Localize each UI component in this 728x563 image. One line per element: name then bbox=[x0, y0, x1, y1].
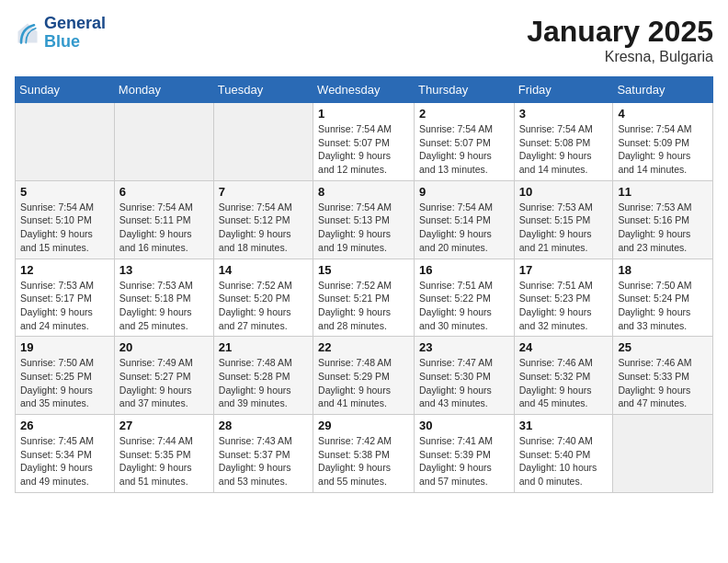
day-number: 24 bbox=[519, 340, 609, 354]
day-number: 25 bbox=[618, 340, 708, 354]
calendar-cell: 9Sunrise: 7:54 AM Sunset: 5:14 PM Daylig… bbox=[415, 180, 515, 259]
day-info: Sunrise: 7:44 AM Sunset: 5:35 PM Dayligh… bbox=[119, 434, 209, 488]
calendar-cell: 28Sunrise: 7:43 AM Sunset: 5:37 PM Dayli… bbox=[213, 415, 313, 493]
day-info: Sunrise: 7:49 AM Sunset: 5:27 PM Dayligh… bbox=[119, 356, 209, 410]
calendar-cell bbox=[114, 103, 213, 181]
day-number: 8 bbox=[318, 185, 409, 199]
calendar-cell: 31Sunrise: 7:40 AM Sunset: 5:40 PM Dayli… bbox=[514, 415, 613, 493]
day-number: 28 bbox=[219, 419, 308, 432]
calendar-cell: 4Sunrise: 7:54 AM Sunset: 5:09 PM Daylig… bbox=[613, 103, 713, 181]
day-number: 21 bbox=[219, 340, 308, 354]
calendar-cell: 6Sunrise: 7:54 AM Sunset: 5:11 PM Daylig… bbox=[114, 180, 213, 259]
day-info: Sunrise: 7:45 AM Sunset: 5:34 PM Dayligh… bbox=[20, 434, 109, 488]
calendar-cell: 11Sunrise: 7:53 AM Sunset: 5:16 PM Dayli… bbox=[613, 180, 713, 259]
calendar-cell: 24Sunrise: 7:46 AM Sunset: 5:32 PM Dayli… bbox=[514, 337, 613, 415]
calendar-cell: 5Sunrise: 7:54 AM Sunset: 5:10 PM Daylig… bbox=[16, 180, 115, 259]
day-number: 30 bbox=[419, 419, 509, 432]
calendar-table: SundayMondayTuesdayWednesdayThursdayFrid… bbox=[15, 76, 713, 493]
day-info: Sunrise: 7:53 AM Sunset: 5:18 PM Dayligh… bbox=[119, 279, 209, 333]
day-number: 3 bbox=[519, 107, 609, 121]
day-number: 23 bbox=[419, 340, 509, 354]
calendar-week-row: 5Sunrise: 7:54 AM Sunset: 5:10 PM Daylig… bbox=[16, 180, 713, 259]
day-number: 29 bbox=[318, 419, 409, 432]
calendar-week-row: 12Sunrise: 7:53 AM Sunset: 5:17 PM Dayli… bbox=[16, 259, 713, 337]
day-info: Sunrise: 7:51 AM Sunset: 5:23 PM Dayligh… bbox=[519, 279, 609, 333]
day-number: 22 bbox=[318, 340, 409, 354]
day-info: Sunrise: 7:46 AM Sunset: 5:32 PM Dayligh… bbox=[519, 356, 609, 410]
weekday-header: Sunday bbox=[16, 77, 115, 103]
day-info: Sunrise: 7:54 AM Sunset: 5:14 PM Dayligh… bbox=[419, 201, 509, 255]
logo-text-line2: Blue bbox=[44, 33, 106, 52]
calendar-cell: 23Sunrise: 7:47 AM Sunset: 5:30 PM Dayli… bbox=[415, 337, 515, 415]
day-info: Sunrise: 7:40 AM Sunset: 5:40 PM Dayligh… bbox=[519, 434, 609, 488]
day-number: 5 bbox=[20, 185, 109, 199]
logo-icon bbox=[15, 20, 40, 46]
day-info: Sunrise: 7:54 AM Sunset: 5:13 PM Dayligh… bbox=[318, 201, 409, 255]
page-header: General Blue January 2025 Kresna, Bulgar… bbox=[15, 15, 713, 65]
day-info: Sunrise: 7:50 AM Sunset: 5:24 PM Dayligh… bbox=[618, 279, 708, 333]
day-number: 16 bbox=[419, 263, 509, 277]
day-info: Sunrise: 7:54 AM Sunset: 5:09 PM Dayligh… bbox=[618, 122, 708, 177]
calendar-cell: 1Sunrise: 7:54 AM Sunset: 5:07 PM Daylig… bbox=[313, 103, 415, 181]
calendar-cell: 25Sunrise: 7:46 AM Sunset: 5:33 PM Dayli… bbox=[613, 337, 713, 415]
calendar-cell: 26Sunrise: 7:45 AM Sunset: 5:34 PM Dayli… bbox=[16, 415, 115, 493]
calendar-cell: 18Sunrise: 7:50 AM Sunset: 5:24 PM Dayli… bbox=[613, 259, 713, 337]
day-info: Sunrise: 7:54 AM Sunset: 5:08 PM Dayligh… bbox=[519, 122, 609, 177]
calendar-cell: 30Sunrise: 7:41 AM Sunset: 5:39 PM Dayli… bbox=[415, 415, 515, 493]
calendar-cell: 2Sunrise: 7:54 AM Sunset: 5:07 PM Daylig… bbox=[415, 103, 515, 181]
day-info: Sunrise: 7:46 AM Sunset: 5:33 PM Dayligh… bbox=[618, 356, 708, 410]
calendar-cell bbox=[213, 103, 313, 181]
location-title: Kresna, Bulgaria bbox=[527, 49, 713, 65]
day-number: 11 bbox=[618, 185, 708, 199]
day-info: Sunrise: 7:51 AM Sunset: 5:22 PM Dayligh… bbox=[419, 279, 509, 333]
day-number: 20 bbox=[119, 340, 209, 354]
calendar-cell: 15Sunrise: 7:52 AM Sunset: 5:21 PM Dayli… bbox=[313, 259, 415, 337]
day-info: Sunrise: 7:54 AM Sunset: 5:10 PM Dayligh… bbox=[20, 201, 109, 255]
day-number: 1 bbox=[318, 107, 409, 121]
day-number: 14 bbox=[219, 263, 308, 277]
weekday-header-row: SundayMondayTuesdayWednesdayThursdayFrid… bbox=[16, 77, 713, 103]
calendar-cell: 19Sunrise: 7:50 AM Sunset: 5:25 PM Dayli… bbox=[16, 337, 115, 415]
day-info: Sunrise: 7:42 AM Sunset: 5:38 PM Dayligh… bbox=[318, 434, 409, 488]
day-number: 31 bbox=[519, 419, 609, 432]
calendar-cell: 10Sunrise: 7:53 AM Sunset: 5:15 PM Dayli… bbox=[514, 180, 613, 259]
day-number: 26 bbox=[20, 419, 109, 432]
weekday-header: Monday bbox=[114, 77, 213, 103]
calendar-cell: 13Sunrise: 7:53 AM Sunset: 5:18 PM Dayli… bbox=[114, 259, 213, 337]
logo-text-line1: General bbox=[44, 15, 106, 33]
day-number: 13 bbox=[119, 263, 209, 277]
day-number: 4 bbox=[618, 107, 708, 121]
calendar-cell: 3Sunrise: 7:54 AM Sunset: 5:08 PM Daylig… bbox=[514, 103, 613, 181]
calendar-cell: 20Sunrise: 7:49 AM Sunset: 5:27 PM Dayli… bbox=[114, 337, 213, 415]
day-number: 27 bbox=[119, 419, 209, 432]
day-number: 15 bbox=[318, 263, 409, 277]
day-info: Sunrise: 7:53 AM Sunset: 5:17 PM Dayligh… bbox=[20, 279, 109, 333]
day-info: Sunrise: 7:53 AM Sunset: 5:16 PM Dayligh… bbox=[618, 201, 708, 255]
day-info: Sunrise: 7:54 AM Sunset: 5:07 PM Dayligh… bbox=[419, 122, 509, 177]
day-number: 7 bbox=[219, 185, 308, 199]
day-number: 6 bbox=[119, 185, 209, 199]
calendar-cell: 29Sunrise: 7:42 AM Sunset: 5:38 PM Dayli… bbox=[313, 415, 415, 493]
calendar-cell bbox=[16, 103, 115, 181]
weekday-header: Saturday bbox=[613, 77, 713, 103]
day-info: Sunrise: 7:52 AM Sunset: 5:20 PM Dayligh… bbox=[219, 279, 308, 333]
calendar-cell: 12Sunrise: 7:53 AM Sunset: 5:17 PM Dayli… bbox=[16, 259, 115, 337]
day-info: Sunrise: 7:54 AM Sunset: 5:12 PM Dayligh… bbox=[219, 201, 308, 255]
day-info: Sunrise: 7:50 AM Sunset: 5:25 PM Dayligh… bbox=[20, 356, 109, 410]
calendar-week-row: 26Sunrise: 7:45 AM Sunset: 5:34 PM Dayli… bbox=[16, 415, 713, 493]
month-title: January 2025 bbox=[527, 15, 713, 49]
day-info: Sunrise: 7:52 AM Sunset: 5:21 PM Dayligh… bbox=[318, 279, 409, 333]
day-info: Sunrise: 7:41 AM Sunset: 5:39 PM Dayligh… bbox=[419, 434, 509, 488]
day-number: 12 bbox=[20, 263, 109, 277]
weekday-header: Friday bbox=[514, 77, 613, 103]
day-info: Sunrise: 7:54 AM Sunset: 5:11 PM Dayligh… bbox=[119, 201, 209, 255]
day-info: Sunrise: 7:48 AM Sunset: 5:29 PM Dayligh… bbox=[318, 356, 409, 410]
calendar-cell: 22Sunrise: 7:48 AM Sunset: 5:29 PM Dayli… bbox=[313, 337, 415, 415]
calendar-cell: 7Sunrise: 7:54 AM Sunset: 5:12 PM Daylig… bbox=[213, 180, 313, 259]
day-number: 9 bbox=[419, 185, 509, 199]
day-number: 10 bbox=[519, 185, 609, 199]
calendar-week-row: 19Sunrise: 7:50 AM Sunset: 5:25 PM Dayli… bbox=[16, 337, 713, 415]
calendar-cell: 17Sunrise: 7:51 AM Sunset: 5:23 PM Dayli… bbox=[514, 259, 613, 337]
weekday-header: Wednesday bbox=[313, 77, 415, 103]
day-number: 18 bbox=[618, 263, 708, 277]
